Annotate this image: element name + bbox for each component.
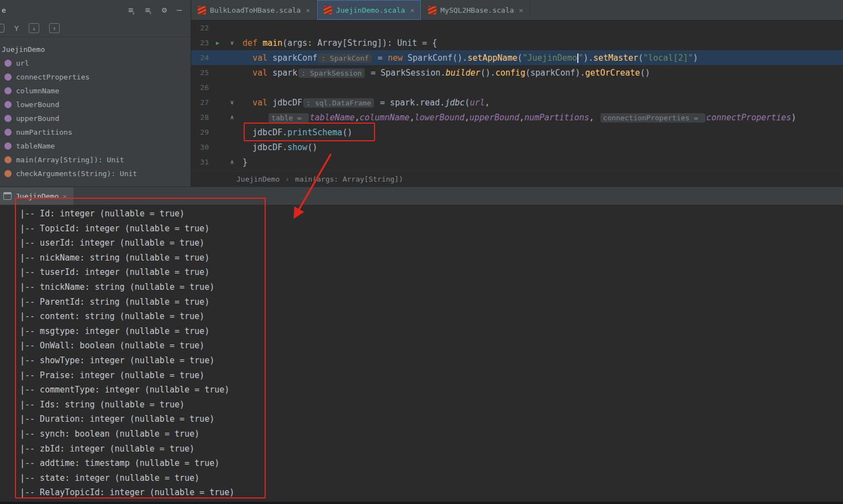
console-line: |-- state: integer (nullable = true) bbox=[20, 471, 843, 486]
code-text[interactable]: } bbox=[243, 157, 247, 167]
structure-item[interactable]: connectProperties bbox=[0, 70, 191, 84]
code-token: : sql.DataFrame bbox=[303, 98, 373, 108]
console-tab-label: JuejinDemo bbox=[15, 192, 59, 200]
code-token: lowerBound bbox=[414, 113, 464, 123]
collapse-all-icon[interactable]: ↑ bbox=[49, 23, 60, 33]
line-number: 23 bbox=[191, 39, 209, 47]
structure-header-icons: ≡↓ ≡↑ ⚙ — bbox=[128, 6, 182, 14]
partial-label: e bbox=[2, 6, 6, 14]
chevron-right-icon: › bbox=[285, 175, 289, 183]
code-editor[interactable]: 2223▶∨def main(args: Array[String]): Uni… bbox=[191, 20, 843, 171]
console-line: |-- msgtype: integer (nullable = true) bbox=[20, 324, 843, 339]
structure-item-label: columnName bbox=[16, 87, 59, 95]
console-line: |-- Ids: string (nullable = true) bbox=[20, 397, 843, 412]
code-token: main bbox=[262, 38, 282, 48]
scala-file-icon bbox=[324, 6, 332, 14]
filter-icon[interactable]: Y bbox=[14, 24, 19, 33]
structure-item-label: upperBound bbox=[16, 114, 59, 123]
structure-item[interactable]: JuejinDemo bbox=[0, 43, 191, 56]
code-token: , bbox=[465, 113, 470, 123]
code-text[interactable]: val jdbcDF: sql.DataFrame = spark.read.j… bbox=[243, 98, 490, 108]
code-token: upperBound bbox=[470, 113, 519, 123]
fold-down-icon[interactable]: ∨ bbox=[226, 39, 238, 46]
expand-all-icon[interactable]: ↓ bbox=[29, 23, 39, 33]
gear-icon[interactable]: ⚙ bbox=[162, 6, 167, 14]
code-token: val bbox=[252, 53, 272, 63]
code-text[interactable]: def main(args: Array[String]): Unit = { bbox=[243, 38, 437, 48]
sort-desc-icon[interactable]: ≡↑ bbox=[145, 6, 151, 14]
structure-item-label: url bbox=[16, 59, 29, 67]
editor-tab[interactable]: JuejinDemo.scala× bbox=[317, 0, 421, 20]
console-line: |-- zbId: integer (nullable = true) bbox=[20, 442, 843, 457]
code-token: () bbox=[343, 128, 352, 137]
run-icon[interactable]: ▶ bbox=[212, 40, 223, 46]
gutter: 29 bbox=[191, 125, 243, 140]
code-token bbox=[243, 98, 252, 108]
code-text[interactable]: table = tableName,columnName,lowerBound,… bbox=[243, 113, 796, 123]
clipped-toolbar-icon[interactable] bbox=[0, 24, 4, 33]
close-icon[interactable]: × bbox=[519, 6, 523, 14]
field-icon bbox=[4, 129, 12, 136]
sort-asc-icon[interactable]: ≡↓ bbox=[128, 6, 135, 14]
code-token: SparkConf bbox=[408, 53, 452, 63]
console-line: |-- nickName: string (nullable = true) bbox=[20, 251, 843, 266]
code-token: , bbox=[589, 113, 599, 123]
code-token: , bbox=[355, 113, 360, 123]
code-token: setMaster bbox=[593, 53, 638, 63]
code-token bbox=[243, 142, 252, 152]
fold-up-icon[interactable]: ∧ bbox=[226, 158, 238, 166]
code-token: ( bbox=[517, 53, 522, 63]
structure-panel: e ≡↓ ≡↑ ⚙ — Y ↓ ↑ JuejinDemourlcon bbox=[0, 0, 191, 187]
editor-line: 29 jdbcDF.printSchema() bbox=[191, 125, 843, 140]
structure-item[interactable]: main(Array[String]): Unit bbox=[0, 153, 191, 167]
editor-line: 25 val spark: SparkSession = SparkSessio… bbox=[191, 65, 843, 80]
field-icon bbox=[4, 101, 12, 108]
tab-label: JuejinDemo.scala bbox=[336, 6, 405, 14]
structure-item[interactable]: numPartitions bbox=[0, 125, 191, 139]
console-window-icon bbox=[3, 192, 12, 200]
structure-toolbar: Y ↓ ↑ bbox=[0, 20, 191, 37]
code-token: : SparkSession bbox=[298, 68, 365, 78]
structure-item[interactable]: tableName bbox=[0, 139, 191, 153]
code-token: jdbc bbox=[445, 98, 465, 108]
editor-tab[interactable]: BulkLoadToHBase.scala× bbox=[191, 0, 317, 20]
fold-down-icon[interactable]: ∨ bbox=[226, 99, 238, 106]
breadcrumb-item-class[interactable]: JuejinDemo bbox=[236, 175, 280, 183]
code-token: jdbcDF bbox=[272, 98, 302, 108]
code-token: new bbox=[388, 53, 408, 63]
console-line: |-- content: string (nullable = true) bbox=[20, 309, 843, 324]
console-tab-bar: JuejinDemo × bbox=[0, 187, 843, 205]
code-token: () bbox=[640, 68, 650, 78]
editor-line: 28∧ table = tableName,columnName,lowerBo… bbox=[191, 110, 843, 125]
structure-item[interactable]: lowerBound bbox=[0, 98, 191, 112]
code-text[interactable]: jdbcDF.printSchema() bbox=[243, 128, 352, 137]
structure-item[interactable]: url bbox=[0, 56, 191, 70]
close-icon[interactable]: × bbox=[62, 192, 67, 200]
code-text[interactable]: val spark: SparkSession = SparkSession.b… bbox=[243, 68, 650, 78]
console-output[interactable]: |-- Id: integer (nullable = true)|-- Top… bbox=[0, 205, 843, 502]
code-text[interactable]: val sparkConf: SparkConf = new SparkConf… bbox=[243, 53, 698, 63]
editor-line: 23▶∨def main(args: Array[String]): Unit … bbox=[191, 35, 843, 50]
close-icon[interactable]: × bbox=[305, 6, 310, 14]
code-token: numPartitions bbox=[524, 113, 589, 123]
code-token: val bbox=[252, 98, 272, 108]
structure-item-label: tableName bbox=[16, 142, 55, 150]
console-tab[interactable]: JuejinDemo × bbox=[0, 187, 73, 205]
structure-item[interactable]: upperBound bbox=[0, 112, 191, 125]
code-token: show bbox=[287, 142, 307, 152]
editor-line: 30 jdbcDF.show() bbox=[191, 140, 843, 155]
line-number: 22 bbox=[191, 24, 209, 32]
fold-up-icon[interactable]: ∧ bbox=[226, 114, 238, 121]
hide-panel-icon[interactable]: — bbox=[177, 6, 182, 14]
editor-tab[interactable]: MySQL2HBase.scala× bbox=[421, 0, 530, 20]
bottom-strip bbox=[0, 502, 843, 504]
structure-item[interactable]: checkArguments(String): Unit bbox=[0, 167, 191, 181]
code-token: builder bbox=[445, 68, 480, 78]
structure-item[interactable]: columnName bbox=[0, 84, 191, 98]
line-number: 25 bbox=[191, 68, 209, 77]
code-token: ). bbox=[583, 53, 593, 63]
code-text[interactable]: jdbcDF.show() bbox=[243, 142, 317, 152]
breadcrumb-item-method[interactable]: main(args: Array[String]) bbox=[295, 175, 403, 183]
code-token: jdbcDF. bbox=[252, 128, 287, 137]
close-icon[interactable]: × bbox=[410, 6, 414, 14]
